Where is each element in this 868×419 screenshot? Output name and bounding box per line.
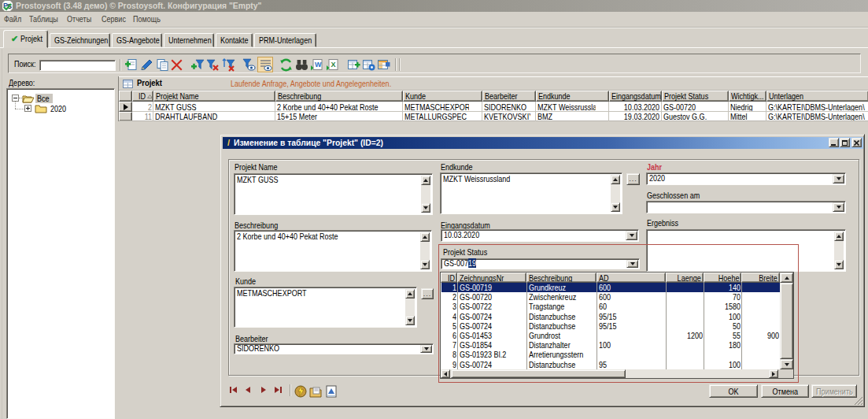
svg-text:X: X xyxy=(331,61,336,69)
svg-text:W: W xyxy=(315,61,322,69)
